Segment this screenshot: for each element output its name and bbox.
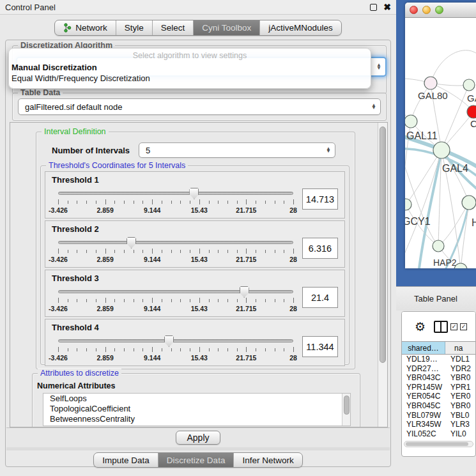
numerical-attributes-label: Numerical Attributes bbox=[37, 381, 115, 390]
slider-thumb[interactable] bbox=[164, 335, 174, 347]
attribute-list-item[interactable]: TopologicalCoefficient bbox=[43, 404, 350, 414]
tab-infer-network[interactable]: Infer Network bbox=[234, 453, 302, 467]
threshold-box-3: Threshold 3-3.4262.8599.14415.4321.71528… bbox=[45, 270, 345, 317]
tab-style[interactable]: Style bbox=[116, 20, 153, 35]
tab-network[interactable]: Network bbox=[55, 20, 116, 35]
tick-label: 9.144 bbox=[144, 206, 160, 214]
threshold-slider[interactable]: -3.4262.8599.14415.4321.71528 bbox=[58, 335, 293, 364]
mac-minimize-icon[interactable] bbox=[422, 6, 431, 14]
attribute-list-item[interactable]: BetweennessCentrality bbox=[43, 414, 350, 424]
tick-label: 28 bbox=[289, 305, 297, 312]
table-row[interactable]: YBR045CYBR0 bbox=[402, 401, 475, 411]
table-panel-titlebar: Table Panel bbox=[396, 286, 476, 311]
cell-name: YPR1 bbox=[445, 383, 475, 392]
apply-button[interactable]: Apply bbox=[176, 431, 220, 445]
dropdown-item-manual[interactable]: Manual Discretization bbox=[9, 62, 371, 73]
tab-cyni-toolbox[interactable]: Cyni Toolbox bbox=[194, 20, 260, 35]
network-node[interactable] bbox=[467, 105, 476, 118]
node-label: GAL11 bbox=[406, 130, 438, 141]
dropdown-item-equal-width[interactable]: Equal Width/Frequency Discretization bbox=[9, 73, 371, 84]
network-canvas[interactable]: GAL80GACGAL11GAL4GCY1HHAP2 bbox=[405, 18, 476, 268]
checkbox-icon[interactable]: ✓ bbox=[450, 323, 457, 330]
float-window-icon[interactable] bbox=[370, 4, 377, 11]
screen: Control Panel ✖ NetworkStyleSelectCyni T… bbox=[0, 0, 476, 476]
node-label: C bbox=[470, 118, 476, 129]
network-node[interactable] bbox=[433, 240, 444, 252]
split-view-icon[interactable] bbox=[434, 321, 448, 333]
attributes-group: Attributes to discretize Numerical Attri… bbox=[32, 373, 360, 427]
tab-select[interactable]: Select bbox=[153, 20, 194, 35]
mac-zoom-icon[interactable] bbox=[435, 6, 443, 14]
tab-discretize-data[interactable]: Discretize Data bbox=[158, 453, 234, 467]
threshold-label: Threshold 3 bbox=[52, 273, 338, 283]
attributes-list-scrollbar[interactable] bbox=[342, 394, 350, 426]
cell-name: YDL1 bbox=[445, 355, 475, 364]
attribute-list-item[interactable]: SelfLoops bbox=[43, 394, 350, 404]
table-data-combo[interactable]: galFiltered.sif default node ▲▼ bbox=[18, 98, 381, 115]
threshold-value-field[interactable]: 11.344 bbox=[302, 336, 338, 357]
settings-scrollpane: Interval Definition Number of Intervals … bbox=[10, 122, 388, 427]
cell-shared-name: YBL079W bbox=[402, 411, 445, 420]
tab-impute-data[interactable]: Impute Data bbox=[94, 453, 158, 467]
tick-label: 28 bbox=[289, 256, 297, 263]
threshold-value-field[interactable]: 14.713 bbox=[302, 188, 338, 210]
table-row[interactable]: YBR043CYBR0 bbox=[402, 373, 475, 383]
table-row[interactable]: YER054CYER0 bbox=[402, 392, 475, 401]
tick-label: 9.144 bbox=[144, 256, 160, 263]
threshold-value-field[interactable]: 21.4 bbox=[302, 287, 338, 308]
network-node[interactable] bbox=[424, 77, 437, 89]
settings-vertical-scrollbar[interactable] bbox=[378, 123, 387, 427]
table-row[interactable]: YBL079WYBL0 bbox=[402, 411, 475, 420]
threshold-slider[interactable]: -3.4262.8599.14415.4321.71528 bbox=[58, 286, 293, 315]
table-header-row: shared… na bbox=[402, 341, 475, 355]
number-of-intervals-combo[interactable]: 5 ▲▼ bbox=[139, 142, 335, 158]
threshold-slider[interactable]: -3.4262.8599.14415.4321.71528 bbox=[58, 236, 293, 266]
combo-stepper-icon: ▲▼ bbox=[376, 64, 381, 70]
table-row[interactable]: YDL19…YDL1 bbox=[402, 355, 475, 364]
threshold-slider[interactable]: -3.4262.8599.14415.4321.71528 bbox=[58, 187, 293, 217]
tick-label: 2.859 bbox=[96, 305, 113, 312]
tick-label: 2.859 bbox=[96, 354, 113, 362]
network-node[interactable] bbox=[405, 199, 411, 210]
table-row[interactable]: YPR145WYPR1 bbox=[402, 383, 475, 392]
network-node[interactable] bbox=[463, 79, 475, 91]
tick-label: 21.715 bbox=[236, 354, 256, 362]
tick-label: -3.426 bbox=[49, 206, 68, 214]
network-node[interactable] bbox=[462, 196, 476, 210]
checkbox-icon[interactable]: ✓ bbox=[460, 323, 467, 330]
cell-name: YBR0 bbox=[445, 401, 475, 411]
interval-definition-group: Interval Definition Number of Intervals … bbox=[36, 132, 355, 369]
column-header-shared-name[interactable]: shared… bbox=[402, 342, 445, 354]
table-row[interactable]: YDR27…YDR2 bbox=[402, 364, 475, 374]
slider-thumb[interactable] bbox=[189, 188, 199, 199]
table-horizontal-scrollbar[interactable] bbox=[404, 441, 473, 447]
combo-stepper-icon: ▲▼ bbox=[326, 148, 331, 153]
slider-thumb[interactable] bbox=[127, 237, 136, 249]
table-row[interactable]: YLR345WYLR3 bbox=[402, 420, 475, 429]
tick-label: -3.426 bbox=[49, 354, 68, 362]
table-row[interactable]: YIL052CYIL0 bbox=[402, 429, 475, 439]
slider-thumb[interactable] bbox=[240, 286, 249, 298]
numerical-attributes-list[interactable]: SelfLoopsTopologicalCoefficientBetweenne… bbox=[43, 393, 351, 426]
network-node[interactable] bbox=[433, 142, 450, 158]
network-node[interactable] bbox=[405, 115, 417, 128]
network-window-titlebar bbox=[405, 3, 476, 18]
algorithm-dropdown-popup: Select algorithm to view settings Manual… bbox=[8, 48, 371, 89]
close-icon[interactable]: ✖ bbox=[383, 3, 391, 12]
tab-jactivemnodules[interactable]: jActiveMNodules bbox=[260, 20, 341, 35]
attributes-group-title: Attributes to discretize bbox=[38, 369, 121, 378]
threshold-value-field[interactable]: 6.316 bbox=[302, 238, 338, 259]
column-header-name[interactable]: na bbox=[445, 342, 475, 354]
cell-shared-name: YIL052C bbox=[402, 429, 445, 439]
cyni-mode-tab-bar: Impute DataDiscretize DataInfer Network bbox=[93, 452, 302, 468]
node-label: GA bbox=[467, 93, 476, 104]
table-data-selected: galFiltered.sif default node bbox=[25, 102, 371, 112]
table-data-group: Table Data galFiltered.sif default node … bbox=[12, 93, 387, 121]
network-window-frame: GAL80GACGAL11GAL4GCY1HHAP2 bbox=[396, 0, 476, 286]
gear-icon[interactable]: ⚙ bbox=[415, 321, 426, 333]
node-label: GAL80 bbox=[418, 90, 448, 101]
tick-label: -3.426 bbox=[49, 305, 68, 312]
cell-shared-name: YBR045C bbox=[402, 401, 445, 411]
mac-close-icon[interactable] bbox=[410, 6, 418, 14]
threshold-label: Threshold 1 bbox=[52, 175, 338, 185]
